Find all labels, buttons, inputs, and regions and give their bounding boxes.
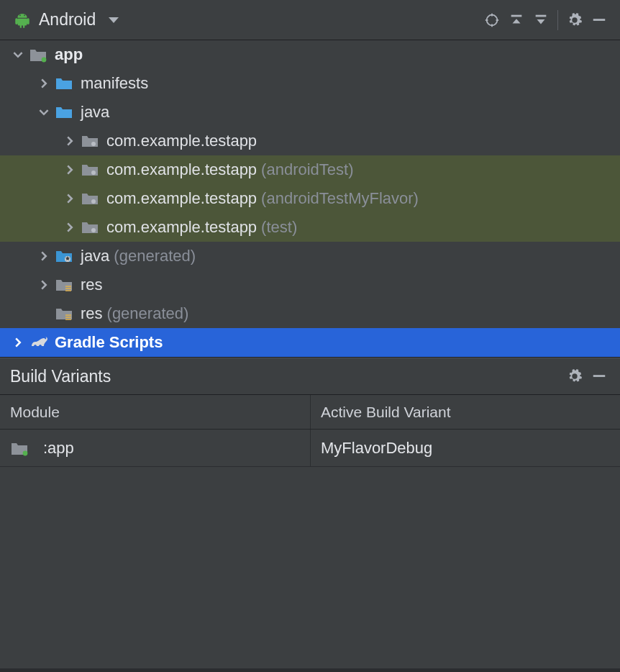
folder-icon bbox=[55, 74, 73, 93]
svg-point-11 bbox=[91, 199, 96, 204]
folder-icon bbox=[55, 103, 73, 122]
package-folder-icon bbox=[81, 132, 99, 150]
svg-point-8 bbox=[42, 58, 47, 63]
svg-point-0 bbox=[487, 14, 498, 25]
tree-node-label: com.example.testapp bbox=[106, 218, 257, 237]
tree-node-label: com.example.testapp bbox=[106, 160, 257, 179]
tree-node-java[interactable]: java bbox=[0, 98, 620, 127]
tree-node-label: res bbox=[81, 304, 103, 323]
chevron-right-icon[interactable] bbox=[63, 221, 76, 234]
chevron-right-icon[interactable] bbox=[63, 163, 76, 176]
tree-node-suffix: (androidTestMyFlavor) bbox=[261, 189, 419, 208]
panel-settings-button[interactable] bbox=[562, 364, 587, 389]
svg-point-10 bbox=[91, 171, 96, 175]
tree-node-suffix: (generated) bbox=[107, 304, 189, 323]
panel-hide-button[interactable] bbox=[587, 364, 611, 389]
package-folder-icon bbox=[81, 189, 99, 208]
variant-cell[interactable]: MyFlavorDebug bbox=[311, 430, 620, 466]
tree-node-package-main[interactable]: com.example.testapp bbox=[0, 127, 620, 155]
column-header-variant[interactable]: Active Build Variant bbox=[311, 395, 620, 429]
tree-node-label: com.example.testapp bbox=[106, 132, 257, 150]
tree-node-label: manifests bbox=[81, 74, 148, 93]
chevron-down-icon[interactable] bbox=[37, 106, 50, 119]
collapse-all-button[interactable] bbox=[529, 8, 553, 32]
project-tree[interactable]: app manifests java com.example.testapp bbox=[0, 40, 620, 358]
tree-node-package-test[interactable]: com.example.testapp (test) bbox=[0, 213, 620, 242]
tree-node-label: app bbox=[55, 45, 83, 64]
hide-button[interactable] bbox=[587, 8, 611, 32]
tree-node-manifests[interactable]: manifests bbox=[0, 69, 620, 98]
chevron-right-icon[interactable] bbox=[63, 135, 76, 147]
svg-rect-7 bbox=[593, 19, 606, 21]
tree-node-label: com.example.testapp bbox=[106, 189, 257, 208]
tree-node-res-generated[interactable]: res (generated) bbox=[0, 299, 620, 328]
dropdown-arrow-icon[interactable] bbox=[109, 17, 119, 23]
chevron-right-icon[interactable] bbox=[37, 250, 50, 263]
tree-node-suffix: (generated) bbox=[114, 247, 196, 265]
tree-node-res[interactable]: res bbox=[0, 271, 620, 299]
tree-node-suffix: (test) bbox=[261, 218, 297, 237]
tree-node-label: java bbox=[81, 103, 109, 122]
variant-cell-label: MyFlavorDebug bbox=[321, 439, 432, 458]
svg-point-9 bbox=[91, 142, 96, 146]
build-variants-table-row[interactable]: :app MyFlavorDebug bbox=[0, 430, 620, 467]
chevron-down-icon[interactable] bbox=[12, 48, 24, 61]
package-folder-icon bbox=[81, 218, 99, 237]
svg-rect-6 bbox=[536, 14, 547, 17]
tree-node-java-generated[interactable]: java (generated) bbox=[0, 242, 620, 271]
project-view-selector-label[interactable]: Android bbox=[39, 10, 96, 29]
generated-folder-icon bbox=[55, 247, 73, 265]
module-folder-icon bbox=[29, 45, 47, 64]
module-folder-icon bbox=[10, 439, 29, 458]
tree-node-package-androidtest[interactable]: com.example.testapp (androidTest) bbox=[0, 155, 620, 184]
build-variants-empty-area bbox=[0, 467, 620, 668]
select-opened-file-button[interactable] bbox=[480, 8, 504, 32]
tree-node-package-androidtestflavor[interactable]: com.example.testapp (androidTestMyFlavor… bbox=[0, 184, 620, 213]
tree-node-gradle-scripts[interactable]: Gradle Scripts bbox=[0, 328, 620, 357]
module-cell-label: :app bbox=[43, 439, 74, 458]
svg-rect-20 bbox=[593, 375, 606, 377]
tree-node-label: res bbox=[81, 276, 103, 294]
svg-point-12 bbox=[91, 228, 96, 232]
settings-button[interactable] bbox=[562, 8, 587, 32]
svg-point-21 bbox=[23, 450, 28, 455]
column-header-module[interactable]: Module bbox=[0, 395, 311, 429]
chevron-right-icon[interactable] bbox=[63, 192, 76, 205]
resource-folder-icon bbox=[55, 304, 73, 323]
tree-node-suffix: (androidTest) bbox=[261, 160, 353, 179]
project-view-toolbar: Android bbox=[0, 0, 620, 40]
tree-node-label: java bbox=[81, 247, 109, 265]
module-cell[interactable]: :app bbox=[0, 430, 311, 466]
toolbar-separator bbox=[557, 10, 558, 30]
tree-node-app[interactable]: app bbox=[0, 40, 620, 69]
android-icon bbox=[13, 11, 32, 29]
resource-folder-icon bbox=[55, 276, 73, 294]
chevron-right-icon[interactable] bbox=[12, 336, 24, 349]
panel-title: Build Variants bbox=[10, 367, 111, 386]
chevron-right-icon[interactable] bbox=[37, 278, 50, 291]
package-folder-icon bbox=[81, 160, 99, 179]
tree-node-label: Gradle Scripts bbox=[55, 333, 163, 352]
svg-rect-5 bbox=[511, 14, 522, 17]
expand-all-button[interactable] bbox=[504, 8, 529, 32]
build-variants-table-header: Module Active Build Variant bbox=[0, 395, 620, 430]
chevron-right-icon[interactable] bbox=[37, 77, 50, 90]
build-variants-panel-header: Build Variants bbox=[0, 358, 620, 395]
gradle-icon bbox=[29, 333, 47, 352]
